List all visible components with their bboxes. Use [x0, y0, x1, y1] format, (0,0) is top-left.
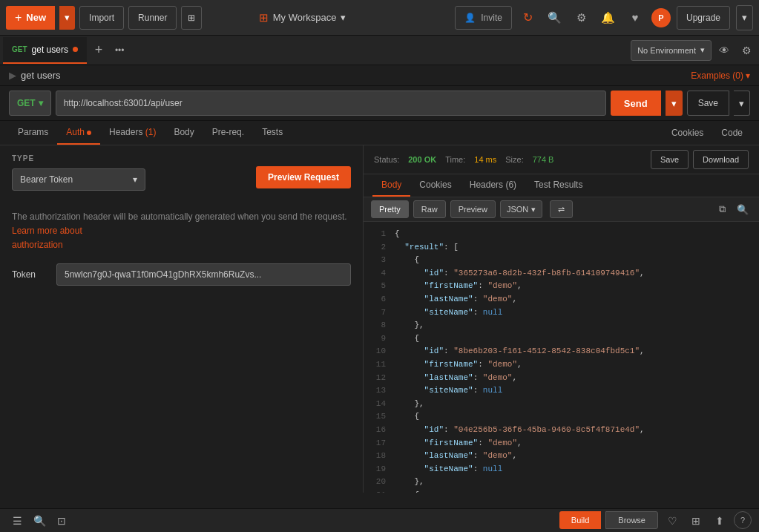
method-selector[interactable]: GET ▾	[9, 91, 51, 116]
response-panel: Status: 200 OK Time: 14 ms Size: 774 B S…	[364, 145, 759, 493]
response-status-bar: Status: 200 OK Time: 14 ms Size: 774 B S…	[364, 145, 759, 174]
workspace-selector[interactable]: ⊞ My Workspace ▾	[259, 11, 346, 24]
new-dropdown-arrow[interactable]: ▾	[59, 6, 75, 30]
eye-icon[interactable]: 👁	[714, 41, 734, 60]
token-row: Token	[12, 263, 351, 286]
new-button[interactable]: + New	[6, 6, 55, 30]
tabs-bar: GET get users + ••• No Environment ▾ 👁 ⚙	[0, 36, 759, 65]
token-input[interactable]	[56, 263, 351, 286]
url-bar: GET ▾ Send ▾ Save ▾	[0, 86, 759, 121]
avatar[interactable]: P	[651, 8, 671, 27]
code-content: { "result": [ { "id": "365273a6-8d2b-432…	[390, 222, 759, 493]
bottom-right: Build Browse ♡ ⊞ ⬆ ?	[559, 511, 752, 531]
wrap-button[interactable]: ⇌	[550, 200, 573, 218]
tab-prereq[interactable]: Pre-req.	[203, 121, 253, 145]
code-icons: ⧉ 🔍	[713, 200, 752, 218]
more-tabs-button[interactable]: •••	[111, 45, 129, 56]
send-dropdown[interactable]: ▾	[666, 91, 683, 116]
nav-right: 👤 Invite ↻ 🔍 ⚙ 🔔 ♥ P Upgrade ▾	[455, 5, 753, 30]
tab-body[interactable]: Body	[165, 121, 203, 145]
browse-button[interactable]: Browse	[605, 511, 658, 529]
code-area: 12345 678910 1112131415 1617181920 21222…	[364, 222, 759, 493]
tab-label: get users	[32, 45, 68, 55]
bottom-cloud-button[interactable]: ⬆	[710, 511, 729, 531]
preview-button[interactable]: Preview	[450, 200, 496, 218]
code-toolbar: Pretty Raw Preview JSON ▾ ⇌ ⧉ 🔍	[364, 197, 759, 222]
url-input[interactable]	[56, 91, 606, 116]
bearer-token-select[interactable]: Bearer Token ▾	[12, 168, 145, 191]
copy-button[interactable]: ⧉	[713, 200, 731, 218]
response-download-button[interactable]: Download	[693, 150, 749, 169]
tab-unsaved-dot	[73, 47, 78, 52]
resp-tab-cookies[interactable]: Cookies	[410, 174, 460, 197]
cookies-link[interactable]: Cookies	[664, 122, 711, 144]
request-title: ▶ get users	[9, 70, 60, 81]
top-nav: + New ▾ Import Runner ⊞ ⊞ My Workspace ▾…	[0, 0, 759, 36]
request-breadcrumb: ▶ get users Examples (0) ▾	[0, 65, 759, 86]
tab-tests[interactable]: Tests	[253, 121, 292, 145]
build-button[interactable]: Build	[559, 511, 601, 529]
invite-button[interactable]: 👤 Invite	[455, 6, 512, 30]
response-tabs: Body Cookies Headers (6) Test Results	[364, 174, 759, 197]
bottom-heart-button[interactable]: ♡	[663, 511, 682, 531]
auth-description: The authorization header will be automat…	[12, 210, 351, 253]
runner-button[interactable]: Runner	[128, 6, 177, 30]
code-link[interactable]: Code	[714, 122, 750, 144]
favorite-button[interactable]: ♥	[625, 7, 645, 28]
layout-button[interactable]: ⊞	[181, 6, 202, 30]
tab-headers[interactable]: Headers (1)	[100, 121, 165, 145]
upgrade-button[interactable]: Upgrade	[677, 6, 730, 30]
request-tab[interactable]: GET get users	[3, 37, 87, 64]
settings-button[interactable]: ⚙	[571, 7, 592, 28]
save-button[interactable]: Save	[687, 91, 729, 116]
resp-tab-test-results[interactable]: Test Results	[525, 174, 591, 197]
response-buttons: Save Download	[651, 150, 749, 169]
search-button[interactable]: 🔍	[545, 7, 565, 28]
tab-auth[interactable]: Auth	[57, 121, 100, 145]
main-content: TYPE Bearer Token ▾ Preview Request The …	[0, 145, 759, 493]
bottom-bar: ☰ 🔍 ⊡ Build Browse ♡ ⊞ ⬆ ?	[0, 508, 759, 532]
line-numbers: 12345 678910 1112131415 1617181920 21222…	[364, 222, 390, 493]
bottom-grid-button[interactable]: ⊞	[686, 511, 706, 531]
notification-button[interactable]: 🔔	[598, 7, 619, 28]
resp-tab-headers[interactable]: Headers (6)	[461, 174, 525, 197]
new-tab-button[interactable]: +	[88, 40, 109, 61]
time-value: 14 ms	[474, 155, 496, 164]
tabs-right: No Environment ▾ 👁 ⚙	[631, 40, 756, 61]
auth-panel: TYPE Bearer Token ▾ Preview Request The …	[0, 145, 364, 493]
request-tabs: Params Auth Headers (1) Body Pre-req. Te…	[0, 121, 759, 145]
type-label: TYPE	[12, 154, 247, 162]
send-button[interactable]: Send	[611, 91, 661, 116]
preview-request-button[interactable]: Preview Request	[256, 166, 351, 188]
size-value: 774 B	[533, 155, 554, 164]
tab-params[interactable]: Params	[9, 121, 57, 145]
req-tabs-right: Cookies Code	[664, 122, 750, 144]
sync-button[interactable]: ↻	[518, 7, 539, 28]
raw-button[interactable]: Raw	[413, 200, 446, 218]
pretty-button[interactable]: Pretty	[371, 200, 409, 218]
bottom-console-button[interactable]: ☰	[7, 511, 27, 531]
token-label: Token	[12, 269, 49, 280]
save-dropdown[interactable]: ▾	[734, 91, 750, 116]
bottom-search-button[interactable]: 🔍	[30, 511, 49, 531]
examples-link[interactable]: Examples (0) ▾	[691, 70, 750, 81]
settings-icon[interactable]: ⚙	[737, 41, 756, 60]
import-button[interactable]: Import	[79, 6, 124, 30]
search-in-code-button[interactable]: 🔍	[734, 200, 752, 218]
status-value: 200 OK	[408, 155, 436, 164]
resp-tab-body[interactable]: Body	[372, 174, 410, 197]
learn-more-link[interactable]: Learn more about authorization	[12, 226, 82, 250]
tab-method: GET	[12, 45, 27, 53]
bottom-layout-button[interactable]: ⊡	[52, 511, 71, 531]
response-save-button[interactable]: Save	[651, 150, 689, 169]
upgrade-dropdown[interactable]: ▾	[736, 5, 753, 30]
size-label: Size:	[505, 155, 523, 164]
help-button[interactable]: ?	[734, 511, 752, 529]
type-row: TYPE Bearer Token ▾ Preview Request	[12, 154, 351, 200]
environment-selector[interactable]: No Environment ▾	[631, 40, 712, 61]
status-label: Status:	[374, 155, 399, 164]
format-selector[interactable]: JSON ▾	[500, 200, 542, 218]
time-label: Time:	[445, 155, 465, 164]
